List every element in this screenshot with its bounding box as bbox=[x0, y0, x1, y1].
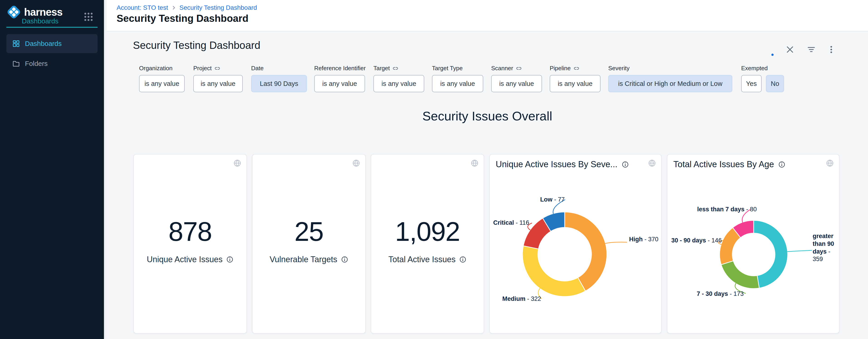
stat-card-vulnerable-targets: 25 Vulnerable Targets bbox=[252, 154, 366, 334]
pie-label-critical: Critical - 116 bbox=[493, 219, 529, 227]
filter-icon[interactable] bbox=[807, 45, 816, 54]
sidebar-item-folders[interactable]: Folders bbox=[6, 56, 98, 71]
exempted-yes-button[interactable]: Yes bbox=[741, 75, 762, 92]
stat-label: Total Active Issues bbox=[389, 255, 456, 264]
link-icon bbox=[516, 65, 522, 72]
filter-field-scanner[interactable]: is any value bbox=[491, 75, 542, 92]
folder-icon bbox=[12, 60, 20, 67]
cursor-dot bbox=[771, 54, 774, 56]
pie-slice-high[interactable] bbox=[565, 212, 607, 291]
filter-field-pipeline[interactable]: is any value bbox=[550, 75, 600, 92]
pie-slice-medium[interactable] bbox=[523, 246, 586, 296]
stat-value: 25 bbox=[294, 216, 323, 247]
filter-field-target-type[interactable]: is any value bbox=[432, 75, 483, 92]
stat-label: Vulnerable Targets bbox=[270, 255, 337, 264]
stat-card-total-active-issues: 1,092 Total Active Issues bbox=[371, 154, 484, 334]
sidebar-item-dashboards[interactable]: Dashboards bbox=[6, 34, 98, 53]
filter-field-reference-identifier[interactable]: is any value bbox=[314, 75, 365, 92]
app-grid-icon[interactable] bbox=[84, 12, 93, 22]
filter-label-date: Date bbox=[251, 65, 264, 72]
filter-label-exempted: Exempted bbox=[741, 65, 768, 72]
dashboards-icon bbox=[12, 40, 20, 48]
breadcrumb-chevron-icon bbox=[172, 5, 176, 10]
link-icon bbox=[214, 65, 220, 72]
filter-field-organization[interactable]: is any value bbox=[139, 75, 185, 92]
sidebar: harness Dashboards Dashboards Fold bbox=[0, 0, 104, 339]
filter-label-scanner: Scanner bbox=[491, 65, 522, 72]
stat-card-unique-active-issues: 878 Unique Active Issues bbox=[133, 154, 247, 334]
pie-leader-line bbox=[787, 250, 812, 252]
pie-slice-7---30-days[interactable] bbox=[721, 261, 759, 288]
filter-field-date[interactable]: Last 90 Days bbox=[251, 75, 307, 92]
chart-card-issues-by-age: Total Active Issues By Age greater than … bbox=[667, 154, 839, 334]
security-testing-dashboard-app: harness Dashboards Dashboards Fold bbox=[0, 0, 868, 339]
filter-label-organization: Organization bbox=[139, 65, 173, 72]
pie-label-low: Low - 77 bbox=[540, 196, 565, 204]
breadcrumb: Account: STO test Security Testing Dashb… bbox=[117, 4, 257, 11]
chart-card-issues-by-severity: Unique Active Issues By Seve... High - 3… bbox=[489, 154, 661, 334]
pie-label-30---90-days: 30 - 90 days - 146 bbox=[671, 237, 722, 245]
filter-label-reference-identifier: Reference Identifier bbox=[314, 65, 366, 72]
harness-logo-icon bbox=[7, 5, 21, 19]
filter-label-project: Project bbox=[193, 65, 220, 72]
severity-donut-chart bbox=[490, 154, 661, 333]
exempted-no-button[interactable]: No bbox=[766, 75, 784, 92]
pie-label-medium: Medium - 322 bbox=[502, 295, 541, 303]
filter-label-target: Target bbox=[373, 65, 398, 72]
top-header: Account: STO test Security Testing Dashb… bbox=[106, 0, 868, 31]
pie-label-less-than-7-days: less than 7 days - 80 bbox=[697, 206, 757, 214]
breadcrumb-page-link[interactable]: Security Testing Dashboard bbox=[180, 4, 257, 11]
harness-logo: harness bbox=[7, 5, 62, 19]
info-icon[interactable] bbox=[341, 256, 348, 263]
sidebar-item-label: Dashboards bbox=[25, 40, 62, 48]
close-icon[interactable] bbox=[785, 45, 795, 54]
filter-field-target[interactable]: is any value bbox=[373, 75, 424, 92]
pie-label-high: High - 370 bbox=[629, 236, 658, 243]
filter-field-severity[interactable]: is Critical or High or Medium or Low bbox=[608, 75, 732, 92]
section-title: Security Issues Overall bbox=[106, 109, 868, 123]
kebab-menu-icon[interactable] bbox=[827, 45, 836, 54]
filter-field-project[interactable]: is any value bbox=[193, 75, 243, 92]
filter-label-pipeline: Pipeline bbox=[550, 65, 580, 72]
sidebar-item-label: Folders bbox=[25, 60, 48, 67]
info-icon[interactable] bbox=[459, 256, 466, 263]
link-icon bbox=[574, 65, 580, 72]
logo-wordmark: harness bbox=[24, 6, 62, 18]
module-name: Dashboards bbox=[22, 17, 59, 25]
filter-label-severity: Severity bbox=[608, 65, 629, 72]
sidebar-accent-rule bbox=[6, 27, 98, 28]
stat-value: 1,092 bbox=[395, 216, 460, 247]
pie-label-7---30-days: 7 - 30 days - 173 bbox=[697, 290, 744, 298]
link-icon bbox=[393, 65, 398, 72]
pie-slice-greater-than-90-days[interactable] bbox=[754, 220, 788, 288]
page-title: Security Testing Dashboard bbox=[117, 13, 248, 24]
stat-label: Unique Active Issues bbox=[147, 255, 222, 264]
stat-value: 878 bbox=[168, 216, 212, 247]
sidebar-scroll-strip[interactable] bbox=[104, 0, 106, 339]
info-icon[interactable] bbox=[226, 256, 234, 263]
pie-leader-line bbox=[606, 242, 627, 244]
pie-label-greater-than-90-days: greater than 90 days - 359 bbox=[813, 232, 840, 263]
dashboard-panel-title: Security Testing Dashboard bbox=[133, 39, 260, 51]
filter-label-target-type: Target Type bbox=[432, 65, 463, 72]
breadcrumb-account-link[interactable]: Account: STO test bbox=[117, 4, 168, 11]
